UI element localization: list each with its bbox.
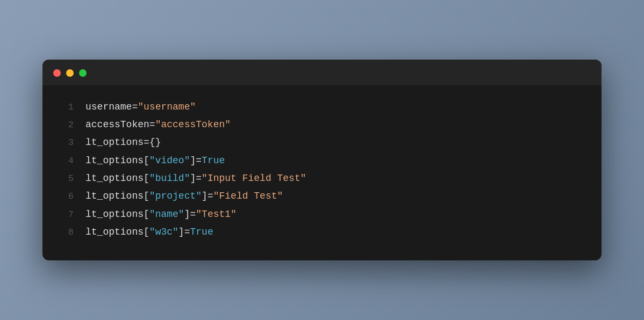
code-tokens: lt_options["project"] = "Field Test" bbox=[85, 187, 283, 205]
code-tokens: lt_options["video"] = True bbox=[85, 152, 225, 170]
close-button[interactable] bbox=[53, 69, 61, 77]
token-kw: True bbox=[202, 152, 225, 170]
line-number: 3 bbox=[59, 134, 74, 151]
token-bracket: ] bbox=[178, 223, 184, 241]
code-line: 1username = "username" bbox=[59, 98, 585, 116]
code-tokens: lt_options["name"] = "Test1" bbox=[85, 206, 237, 223]
token-kw: True bbox=[190, 223, 213, 241]
token-bracket: [ bbox=[144, 170, 149, 187]
token-str: "accessToken" bbox=[155, 116, 231, 134]
token-var: username bbox=[85, 98, 132, 116]
line-number: 7 bbox=[59, 206, 74, 223]
token-bracket: ] bbox=[190, 152, 196, 170]
code-line: 6lt_options["project"] = "Field Test" bbox=[59, 187, 585, 205]
token-op: = bbox=[196, 170, 202, 187]
token-var: lt_options bbox=[85, 187, 144, 205]
code-window: 1username = "username"2accessToken = "ac… bbox=[42, 60, 602, 260]
code-line: 4lt_options["video"] = True bbox=[59, 152, 585, 170]
token-bracket: [ bbox=[144, 223, 149, 241]
code-line: 2accessToken = "accessToken" bbox=[59, 116, 585, 134]
token-key: "w3c" bbox=[149, 223, 178, 241]
code-line: 8lt_options["w3c"] = True bbox=[59, 223, 585, 241]
token-var: accessToken bbox=[85, 116, 149, 134]
code-tokens: accessToken = "accessToken" bbox=[85, 116, 231, 134]
line-number: 6 bbox=[59, 188, 74, 205]
token-str: "Input Field Test" bbox=[202, 170, 306, 187]
token-var: lt_options bbox=[85, 152, 144, 170]
token-var: lt_options bbox=[85, 206, 144, 223]
code-tokens: lt_options["w3c"] = True bbox=[85, 223, 213, 241]
line-number: 2 bbox=[59, 117, 74, 133]
token-bracket: ] bbox=[184, 206, 190, 223]
token-bracket: ] bbox=[202, 187, 207, 205]
minimize-button[interactable] bbox=[66, 69, 74, 77]
token-str: "Test1" bbox=[196, 206, 237, 223]
code-tokens: lt_options["build"] = "Input Field Test" bbox=[85, 170, 306, 187]
token-op: = bbox=[132, 98, 138, 116]
token-var: lt_options bbox=[85, 170, 144, 187]
line-number: 8 bbox=[59, 224, 74, 241]
code-line: 7lt_options["name"] = "Test1" bbox=[59, 206, 585, 223]
code-tokens: username = "username" bbox=[85, 98, 196, 116]
token-op: = bbox=[144, 134, 149, 151]
token-key: "video" bbox=[149, 152, 190, 170]
token-var: lt_options bbox=[85, 134, 144, 151]
token-op: = bbox=[184, 223, 190, 241]
line-number: 5 bbox=[59, 170, 74, 187]
token-key: "build" bbox=[149, 170, 190, 187]
titlebar bbox=[42, 60, 602, 85]
token-op: = bbox=[196, 152, 202, 170]
token-op: = bbox=[207, 187, 213, 205]
token-str: "username" bbox=[138, 98, 196, 116]
token-var: lt_options bbox=[85, 223, 144, 241]
token-key: "name" bbox=[149, 206, 184, 223]
code-tokens: lt_options = {} bbox=[85, 134, 161, 151]
token-bracket: [ bbox=[144, 187, 149, 205]
token-bracket: ] bbox=[190, 170, 196, 187]
code-line: 5lt_options["build"] = "Input Field Test… bbox=[59, 170, 585, 187]
code-line: 3lt_options = {} bbox=[59, 134, 585, 151]
token-op: = bbox=[149, 116, 155, 134]
maximize-button[interactable] bbox=[79, 69, 87, 77]
token-key: "project" bbox=[149, 187, 202, 205]
token-op: = bbox=[190, 206, 196, 223]
token-punc: {} bbox=[149, 134, 161, 151]
line-number: 1 bbox=[59, 99, 74, 115]
line-number: 4 bbox=[59, 152, 74, 169]
token-str: "Field Test" bbox=[213, 187, 283, 205]
token-bracket: [ bbox=[144, 152, 149, 170]
token-bracket: [ bbox=[144, 206, 149, 223]
code-area: 1username = "username"2accessToken = "ac… bbox=[42, 85, 602, 260]
